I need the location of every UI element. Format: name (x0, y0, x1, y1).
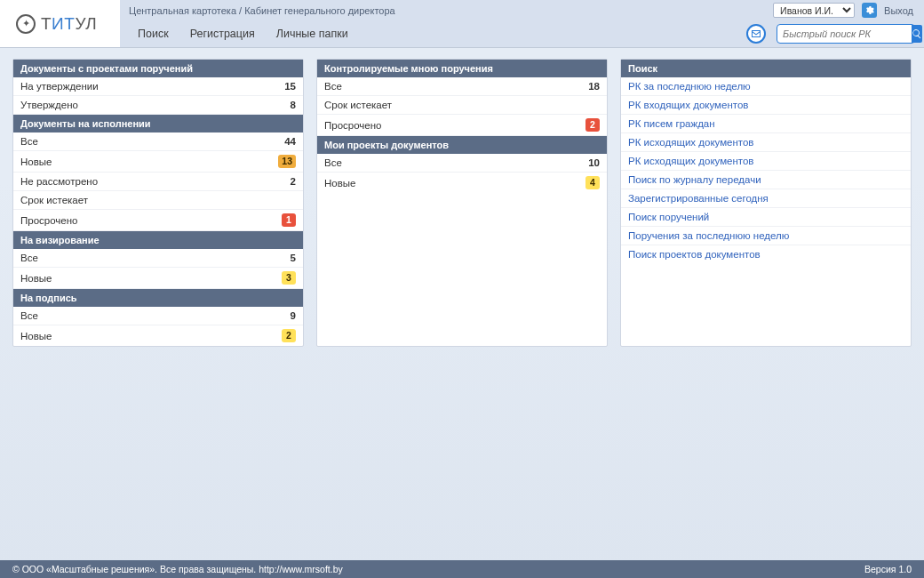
item-count: 10 (588, 157, 600, 168)
search-link[interactable]: Поиск проектов документов (621, 245, 911, 263)
nav-search[interactable]: Поиск (129, 28, 178, 40)
item-label: Просрочено (20, 215, 282, 226)
item-count: 15 (284, 81, 296, 92)
user-select[interactable]: Иванов И.И. (773, 3, 855, 18)
quick-search-button[interactable] (912, 25, 922, 43)
item-label: Поиск по журналу передачи (628, 174, 904, 185)
nav-folders[interactable]: Личные папки (267, 28, 357, 40)
list-item[interactable]: Срок истекает (317, 96, 607, 115)
column-2: Контролируемые мною порученияВсе18Срок и… (316, 59, 608, 347)
item-label: Поручения за последнюю неделю (628, 230, 904, 241)
list-item[interactable]: Просрочено1 (13, 210, 303, 231)
column-1: Документы с проектами порученийНа утверж… (12, 59, 304, 347)
list-item[interactable]: Новые4 (317, 173, 607, 193)
item-label: Все (324, 157, 588, 168)
section-header: Документы на исполнении (13, 115, 303, 132)
dashboard: Документы с проектами порученийНа утверж… (0, 48, 924, 357)
logo-icon (16, 14, 36, 34)
footer: © ООО «Масштабные решения». Все права за… (0, 560, 924, 578)
item-label: Утверждено (20, 100, 291, 110)
nav-register[interactable]: Регистрация (181, 28, 264, 40)
item-count: 5 (291, 253, 296, 263)
item-label: Срок истекает (20, 195, 296, 205)
list-item[interactable]: Новые2 (13, 325, 303, 346)
item-label: Новые (20, 273, 282, 284)
item-label: Новые (324, 178, 585, 189)
list-item[interactable]: Все18 (317, 77, 607, 96)
column-3-search: ПоискРК за последнюю неделюРК входящих д… (620, 59, 912, 347)
item-label: Новые (20, 157, 278, 167)
mail-icon (751, 29, 761, 38)
list-item[interactable]: Все5 (13, 249, 303, 268)
mail-button[interactable] (746, 24, 766, 44)
item-badge: 3 (282, 271, 296, 285)
section-header: Мои проекты документов (317, 136, 607, 154)
search-icon (912, 28, 922, 39)
search-link[interactable]: РК писем граждан (621, 115, 911, 133)
item-label: Срок истекает (324, 100, 600, 110)
logo-text: ТИТУЛ (41, 14, 97, 34)
logo[interactable]: ТИТУЛ (0, 0, 120, 47)
item-label: РК писем граждан (628, 118, 904, 129)
item-label: На утверждении (20, 81, 284, 92)
footer-version: Версия 1.0 (864, 564, 912, 574)
search-link[interactable]: Поиск поручений (621, 208, 911, 227)
item-label: Поиск поручений (628, 212, 904, 222)
section-header: Контролируемые мною поручения (317, 60, 607, 77)
footer-copyright: © ООО «Масштабные решения». Все права за… (12, 564, 864, 574)
section-header: Поиск (621, 60, 911, 77)
settings-button[interactable] (862, 3, 877, 18)
list-item[interactable]: Все9 (13, 307, 303, 325)
list-item[interactable]: Все44 (13, 132, 303, 151)
item-badge: 4 (585, 176, 600, 189)
section-header: На визирование (13, 231, 303, 249)
item-count: 9 (291, 310, 296, 321)
item-label: РК исходящих документов (628, 156, 904, 166)
list-item[interactable]: Срок истекает (13, 191, 303, 210)
logout-link[interactable]: Выход (884, 5, 915, 16)
item-label: Не рассмотрено (20, 176, 291, 187)
search-link[interactable]: Поручения за последнюю неделю (621, 227, 911, 245)
item-label: Зарегистрированные сегодня (628, 193, 904, 204)
item-label: Все (324, 81, 588, 92)
quick-search-input[interactable] (777, 28, 912, 39)
gear-icon (864, 5, 874, 15)
search-link[interactable]: РК исходящих документов (621, 152, 911, 171)
section-header: На подпись (13, 289, 303, 307)
item-label: Все (20, 310, 291, 321)
list-item[interactable]: Новые13 (13, 151, 303, 173)
search-link[interactable]: Поиск по журналу передачи (621, 171, 911, 189)
item-badge: 2 (585, 118, 600, 132)
item-label: РК исходящих документов (628, 137, 904, 148)
quick-search (777, 24, 915, 44)
item-label: Поиск проектов документов (628, 249, 904, 260)
list-item[interactable]: Утверждено8 (13, 96, 303, 115)
item-badge: 13 (278, 155, 296, 168)
breadcrumb: Центральная картотека / Кабинет генераль… (129, 5, 773, 16)
search-link[interactable]: РК входящих документов (621, 96, 911, 115)
search-link[interactable]: Зарегистрированные сегодня (621, 189, 911, 208)
search-link[interactable]: РК за последнюю неделю (621, 77, 911, 96)
item-label: Просрочено (324, 120, 585, 131)
list-item[interactable]: Просрочено2 (317, 115, 607, 136)
search-link[interactable]: РК исходящих документов (621, 133, 911, 152)
item-count: 2 (291, 176, 296, 187)
item-badge: 1 (282, 213, 296, 227)
item-label: РК за последнюю неделю (628, 81, 904, 92)
item-count: 8 (291, 100, 296, 110)
item-label: РК входящих документов (628, 100, 904, 110)
section-header: Документы с проектами поручений (13, 60, 303, 77)
item-label: Все (20, 136, 284, 147)
item-label: Все (20, 253, 291, 263)
header: ТИТУЛ Центральная картотека / Кабинет ге… (0, 0, 924, 48)
item-count: 18 (588, 81, 600, 92)
item-count: 44 (284, 136, 296, 147)
list-item[interactable]: Новые3 (13, 268, 303, 289)
list-item[interactable]: Не рассмотрено2 (13, 173, 303, 191)
list-item[interactable]: Все10 (317, 154, 607, 173)
item-badge: 2 (282, 329, 296, 342)
list-item[interactable]: На утверждении15 (13, 77, 303, 96)
item-label: Новые (20, 331, 282, 341)
